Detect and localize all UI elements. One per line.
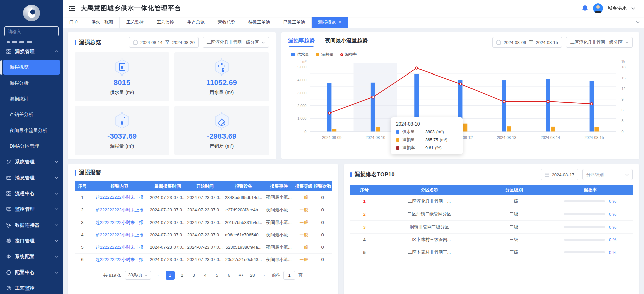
page-button-2[interactable]: 2 — [178, 271, 186, 280]
sidebar-item-interface-management[interactable]: 接口管理 — [0, 233, 63, 249]
legend-item-漏损量[interactable]: 漏损量 — [316, 52, 334, 57]
sidebar-item-system-config[interactable]: 系统配置 — [0, 249, 63, 264]
tab-process-monitor-1[interactable]: 工艺监控 — [120, 17, 150, 28]
sidebar-item-leak-overview[interactable]: 漏损概览 — [3, 60, 60, 75]
sidebar-item-leak-management[interactable]: 漏损管理 — [0, 44, 63, 59]
page-button-6[interactable]: 6 — [225, 271, 233, 280]
table-row: 4二区卜家村三级管网...三级0 % — [350, 233, 633, 246]
avatar[interactable] — [593, 3, 603, 13]
sidebar-item-monitor-management[interactable]: 监控管理 — [0, 201, 63, 217]
goto-suffix: 页 — [298, 272, 303, 278]
sidebar-item-process-center[interactable]: 流程中心 — [0, 186, 63, 201]
tab-production-overview[interactable]: 生产总览 — [181, 17, 211, 28]
page-button-3[interactable]: 3 — [189, 271, 198, 280]
cell-content[interactable]: 超222222222小时未上报 — [90, 229, 149, 241]
leak-rate-point-2024-08-09[interactable] — [328, 112, 331, 114]
page-button-4[interactable]: 4 — [201, 271, 210, 280]
bar-supply-2024-08-10[interactable] — [371, 83, 375, 132]
sidebar-item-night-min-flow-analysis[interactable]: 夜间最小流量分析 — [0, 122, 63, 138]
cell-zone-name[interactable]: 润镇非管网二级分区 — [379, 220, 480, 233]
trend-date-range-picker[interactable]: 2024-08-09 至 2024-08-15 — [492, 37, 562, 48]
chevron-down-icon — [55, 255, 58, 258]
trend-tab-leak-rate-trend[interactable]: 漏损率趋势 — [288, 37, 315, 47]
collapse-menu-icon[interactable] — [68, 5, 75, 11]
bar-supply-2024-08-14[interactable] — [546, 79, 550, 131]
next-page-button[interactable]: › — [260, 271, 268, 280]
cell-zone-name[interactable]: 二区淳化县非管网一... — [379, 195, 480, 208]
tab-dispatched-order-pool[interactable]: 已派工单池 — [277, 17, 312, 28]
tooltip-row: 漏损率9.61(%) — [396, 145, 458, 151]
sidebar-item-data-connector[interactable]: 数据连接器 — [0, 217, 63, 233]
cell-content[interactable]: 超222222222小时未上报 — [90, 191, 149, 204]
cell-content[interactable]: 超222222222小时未上报 — [90, 241, 149, 253]
notification-bell-icon[interactable] — [582, 5, 588, 12]
trend-tab-night-min-flow-trend[interactable]: 夜间最小流量趋势 — [325, 37, 368, 47]
stat-card-1: 11052.69用水量 (m³) — [174, 52, 269, 101]
cell-content[interactable]: 超222222222小时未上报 — [90, 253, 149, 266]
ellipsis-pages[interactable]: ••• — [236, 271, 245, 280]
cell-zone-name[interactable]: 二区卜家村三级管网... — [379, 233, 480, 246]
date-end[interactable]: 2024-08-15 — [536, 40, 558, 45]
sidebar-item-leak-analysis[interactable]: 漏损分析 — [0, 75, 63, 91]
bar-leak-2024-08-14[interactable] — [551, 127, 555, 132]
bar-supply-2024-08-09[interactable] — [327, 83, 332, 132]
tab-process-monitor-2[interactable]: 工艺监控 — [150, 17, 181, 28]
sidebar-item-leak-stats[interactable]: 漏损统计 — [0, 91, 63, 107]
overview-date-range-picker[interactable]: 2024-08-14 至 2024-08-20 — [129, 37, 199, 48]
page-button-1[interactable]: 1 — [166, 271, 175, 280]
tab-water-map[interactable]: 供水一张图 — [85, 17, 120, 28]
sidebar-item-message-management[interactable]: 消息管理 — [0, 170, 63, 186]
bar-leak-2024-08-13[interactable] — [507, 126, 511, 131]
zone-level-select[interactable]: 分区级别 — [582, 169, 633, 180]
rank-date-value[interactable]: 2024-08-17 — [552, 172, 575, 177]
tab-leak-overview[interactable]: 漏损概览× — [312, 17, 348, 28]
page-size-select[interactable]: 30条/页 — [125, 271, 151, 280]
leak-rate-point-2024-08-13[interactable] — [503, 101, 505, 103]
tab-revenue-overview[interactable]: 营收总览 — [211, 17, 242, 28]
bar-supply-2024-08-13[interactable] — [502, 80, 506, 131]
legend-item-供水量[interactable]: 供水量 — [291, 52, 309, 57]
sidebar-search-input[interactable] — [4, 26, 59, 36]
date-end[interactable]: 2024-08-20 — [172, 40, 195, 45]
cell-zone-name[interactable]: 二区润镇二级管网分区 — [379, 208, 480, 220]
cell-latest: 2024-07-23 07:0... — [149, 253, 186, 266]
user-chevron-down-icon[interactable] — [631, 7, 635, 10]
date-start[interactable]: 2024-08-14 — [140, 40, 163, 45]
sidebar-item-dma-zone-management[interactable]: DMA分区管理 — [0, 138, 63, 154]
last-page-button[interactable]: 28 — [248, 271, 257, 280]
bar-leak-2024-08-12[interactable] — [463, 124, 467, 132]
sidebar-scrollbar-thumb[interactable] — [0, 60, 2, 75]
tabs-chevron-down-icon[interactable] — [631, 17, 644, 28]
trend-zone-select[interactable]: 二区淳化县非管网一级分区 — [566, 37, 633, 48]
bar-leak-2024-08-10[interactable] — [376, 127, 380, 131]
cell-zone-name[interactable]: 二区卜家村非管网三... — [379, 246, 480, 259]
page-button-5[interactable]: 5 — [213, 271, 221, 280]
sidebar-item-nrw-analysis[interactable]: 产销差分析 — [0, 107, 63, 122]
sidebar-item-system-management[interactable]: 系统管理 — [0, 154, 63, 170]
prev-page-button[interactable]: ‹ — [154, 271, 163, 280]
cell-content[interactable]: 超222222222小时未上报 — [90, 204, 149, 216]
rank-date-picker[interactable]: 2024-08-17 — [541, 169, 579, 180]
leak-rate-point-2024-08-12[interactable] — [459, 83, 462, 85]
bar-leak-2024-08-15[interactable] — [594, 127, 599, 131]
legend-item-漏损率[interactable]: 漏损率 — [340, 52, 357, 57]
date-start[interactable]: 2024-08-09 — [504, 40, 526, 45]
cell-content[interactable]: 超222222222小时未上报 — [90, 216, 149, 229]
username[interactable]: 城乡供水 — [608, 5, 627, 11]
leak-rate-point-2024-08-10[interactable] — [372, 96, 374, 98]
goto-page-input[interactable] — [283, 271, 295, 280]
sidebar-item-config-center[interactable]: 配置中心 — [0, 264, 63, 280]
cell-level: 一般 — [294, 241, 313, 253]
leak-rate-point-2024-08-15[interactable] — [591, 103, 593, 105]
bar-supply-2024-08-15[interactable] — [590, 81, 594, 131]
leak-rate-point-2024-08-14[interactable] — [547, 100, 549, 103]
tab-portal[interactable]: 门户 — [63, 17, 85, 28]
chevron-down-icon — [145, 274, 148, 276]
grid-icon — [6, 49, 11, 54]
bar-leak-2024-08-09[interactable] — [332, 129, 336, 132]
overview-zone-select[interactable]: 二区淳化县非管网一级分区 — [203, 37, 269, 48]
leak-rate-point-2024-08-11[interactable] — [415, 67, 418, 69]
sidebar-item-process-monitor[interactable]: 工艺监控 — [0, 280, 63, 294]
tab-pending-order-pool[interactable]: 待派工单池 — [242, 17, 277, 28]
tab-close-icon[interactable]: × — [339, 20, 341, 25]
